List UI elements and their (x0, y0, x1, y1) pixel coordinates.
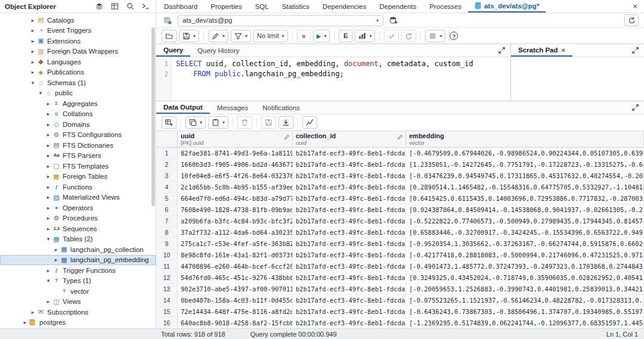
row-number[interactable]: 11 (156, 261, 178, 272)
chevron-right-icon[interactable]: ▸ (45, 153, 52, 158)
tree-item-schemas-1[interactable]: ▾⌂Schemas (1) (0, 77, 156, 88)
row-number[interactable]: 1 (156, 148, 178, 159)
open-file-button[interactable] (162, 30, 177, 42)
commit-button[interactable] (384, 30, 399, 42)
row-number[interactable]: 10 (156, 250, 178, 261)
explain-button[interactable]: E (339, 30, 352, 42)
column-header-embedding[interactable]: embedding vector (406, 131, 644, 147)
chevron-right-icon[interactable]: ▸ (29, 48, 36, 54)
search-icon[interactable] (125, 2, 135, 11)
chevron-down-icon[interactable]: ▾ (37, 90, 44, 96)
cell-embedding[interactable]: [0.65883446,-0.32700917,-0.3424245,-0.15… (406, 227, 644, 238)
grid-corner-cell[interactable] (156, 131, 178, 147)
sql-editor[interactable]: 12 SELECT uuid, collection_id, embedding… (156, 57, 510, 101)
tree-item-fts-parsers[interactable]: ▸AaFTS Parsers (0, 151, 156, 161)
chevron-right-icon[interactable]: ▸ (45, 226, 52, 232)
row-number[interactable]: 5 (156, 193, 178, 204)
tree-item-trigger-functions[interactable]: ▸ƒTrigger Functions (0, 265, 156, 276)
row-number[interactable]: 7 (156, 216, 178, 227)
macros-button[interactable]: ▾ (425, 30, 445, 42)
cell-embedding[interactable]: [1.2335051,-0.14272645,-0.7751791,-0.172… (406, 159, 644, 170)
cell-collection_id[interactable]: b2b17afd-ecf3-49fc-8eb1-fdcdab12edc7 (293, 227, 406, 238)
row-number[interactable]: 2 (156, 159, 178, 170)
chevron-right-icon[interactable]: ▸ (29, 309, 36, 315)
tree-item-aggregates[interactable]: ▸ΣAggregates (0, 98, 156, 109)
chevron-right-icon[interactable]: ▸ (45, 194, 52, 200)
cell-collection_id[interactable]: b2b17afd-ecf3-49fc-8eb1-fdcdab12edc7 (293, 159, 406, 170)
row-number[interactable]: 8 (156, 227, 178, 238)
tree-item-collations[interactable]: ▸≡Collations (0, 109, 156, 120)
cell-collection_id[interactable]: b2b17afd-ecf3-49fc-8eb1-fdcdab12edc7 (293, 295, 406, 306)
help-icon[interactable]: ? (448, 30, 460, 42)
cell-uuid[interactable]: 82fae381-8741-49d3-9e6a-1a81197821bc (178, 148, 293, 159)
column-header-uuid[interactable]: uuid [PK] uuid (178, 131, 293, 147)
tree-item-functions[interactable]: ▸ƒFunctions (0, 182, 156, 192)
delete-row-button[interactable] (237, 116, 252, 129)
tree-item-event-triggers[interactable]: ▸◔Event Triggers (0, 26, 156, 36)
chevron-right-icon[interactable]: ▸ (29, 59, 36, 65)
tree-item-postgres[interactable]: ▸postgres (0, 318, 156, 328)
chevron-right-icon[interactable]: ▸ (45, 142, 52, 148)
tree-item-materialized-views[interactable]: ▸▧Materialized Views (0, 192, 156, 203)
tab-messages[interactable]: Messages (210, 101, 255, 114)
stop-button[interactable]: ■ (297, 30, 311, 42)
window-close-icon[interactable]: × (626, 0, 644, 13)
tree-item-catalogs[interactable]: ▸▤Catalogs (0, 15, 156, 26)
connection-select[interactable]: ats_dev/ats@pg ▾ (178, 15, 383, 26)
cell-collection_id[interactable]: b2b17afd-ecf3-49fc-8eb1-fdcdab12edc7 (293, 261, 406, 272)
add-row-button[interactable] (162, 116, 177, 129)
cell-uuid[interactable]: 664ed7f0-ed6d-494c-b83d-a79d77d340... (178, 193, 293, 204)
row-number[interactable]: 15 (156, 306, 178, 318)
cell-collection_id[interactable]: b2b17afd-ecf3-49fc-8eb1-fdcdab12edc7 (293, 216, 406, 227)
cell-uuid[interactable]: 902e3710-abe5-4397-af00-907011fdc79a (178, 284, 293, 295)
cell-collection_id[interactable]: b2b17afd-ecf3-49fc-8eb1-fdcdab12edc7 (293, 193, 406, 204)
terminal-icon[interactable] (141, 2, 151, 11)
cell-embedding[interactable]: [-0.20059653,1.2526883,-0.3990743,0.4401… (406, 284, 644, 295)
cell-collection_id[interactable]: b2b17afd-ecf3-49fc-8eb1-fdcdab12edc7 (293, 182, 406, 193)
tab-query-tool-active[interactable]: ats_dev/ats@pg* (468, 0, 546, 13)
save-data-button[interactable] (261, 116, 276, 129)
rollback-button[interactable] (401, 30, 416, 42)
filter-button[interactable]: ▾ (231, 30, 251, 42)
paste-button[interactable]: ▾ (208, 116, 228, 129)
edit-column-icon[interactable] (284, 134, 290, 140)
row-number[interactable]: 3 (156, 170, 178, 182)
column-header-collection-id[interactable]: collection_id uuid (293, 131, 406, 147)
cell-embedding[interactable]: [-0.075523265,1.1521937,-0.56146234,0.48… (406, 295, 644, 306)
chevron-right-icon[interactable]: ▸ (45, 215, 52, 221)
tab-query-history[interactable]: Query History (190, 44, 246, 57)
table-icon[interactable] (110, 2, 120, 11)
tab-data-output[interactable]: Data Output (156, 101, 210, 114)
chevron-right-icon[interactable]: ▸ (45, 298, 52, 304)
cell-embedding[interactable]: [0.2890514,1.1465482,-0.15548316,0.64775… (406, 182, 644, 193)
cell-embedding[interactable]: [0.6415425,0.6115435,0.14003696,0.729538… (406, 193, 644, 204)
cell-collection_id[interactable]: b2b17afd-ecf3-49fc-8eb1-fdcdab12edc7 (293, 170, 406, 182)
cell-embedding[interactable]: [-0.9520354,1.3035662,-0.37263167,-0.662… (406, 238, 644, 250)
tree-item-subscriptions[interactable]: ▸✉Subscriptions (0, 307, 156, 318)
cell-uuid[interactable]: 10fe04e8-e6f5-4f26-8e64-03237667f098 (178, 170, 293, 182)
sidebar-scrollbar[interactable] (151, 14, 155, 327)
tree-item-views[interactable]: ▸◫Views (0, 297, 156, 307)
tree-item-fts-configurations[interactable]: ▸⚙FTS Configurations (0, 130, 156, 141)
tree-item-langchain-pg-embedding[interactable]: ▸▦langchain_pg_embedding (0, 255, 156, 266)
scratch-pad-textarea[interactable] (511, 57, 644, 101)
edit-column-icon[interactable] (397, 134, 403, 140)
cell-embedding[interactable]: [0.3249325,0.43452024,-0.718749,0.359060… (406, 272, 644, 284)
cell-uuid[interactable]: 275ca1c7-c53e-4fef-a5fe-363b82cee881 (178, 238, 293, 250)
chevron-right-icon[interactable]: ▸ (52, 257, 60, 263)
cell-collection_id[interactable]: b2b17afd-ecf3-49fc-8eb1-fdcdab12edc7 (293, 238, 406, 250)
cell-collection_id[interactable]: b2b17afd-ecf3-49fc-8eb1-fdcdab12edc7 (293, 272, 406, 284)
graph-visualiser-button[interactable] (302, 116, 317, 129)
tab-dependents[interactable]: Dependents (373, 0, 423, 13)
cell-embedding[interactable]: [-1.2369295,0.5174839,0.062241744,-0.120… (406, 318, 644, 328)
chevron-right-icon[interactable]: ▸ (45, 101, 52, 107)
row-number[interactable]: 12 (156, 272, 178, 284)
cell-collection_id[interactable]: b2b17afd-ecf3-49fc-8eb1-fdcdab12edc7 (293, 318, 406, 328)
cell-uuid[interactable]: 8e98c8fd-161e-43a1-82f1-d0373f99d919 (178, 250, 293, 261)
chevron-right-icon[interactable]: ▸ (52, 247, 60, 253)
tree-item-languages[interactable]: ▸◆Languages (0, 57, 156, 67)
cell-uuid[interactable]: 0bed407b-158a-4c03-b11f-0d455d51b8... (178, 295, 293, 306)
chevron-right-icon[interactable]: ▸ (45, 163, 52, 169)
chevron-right-icon[interactable]: ▸ (29, 27, 36, 33)
execute-button[interactable]: ▶▾ (313, 30, 330, 42)
